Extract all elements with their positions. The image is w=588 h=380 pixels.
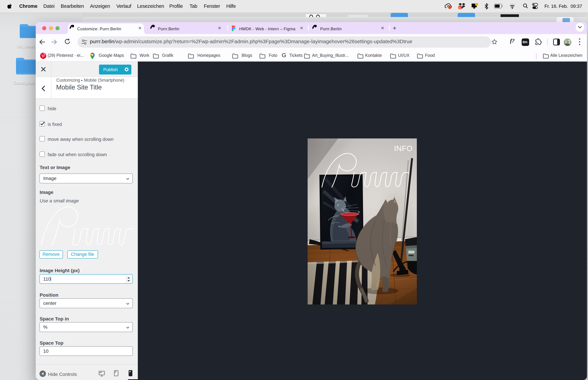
svg-text:1: 1 xyxy=(459,6,461,9)
